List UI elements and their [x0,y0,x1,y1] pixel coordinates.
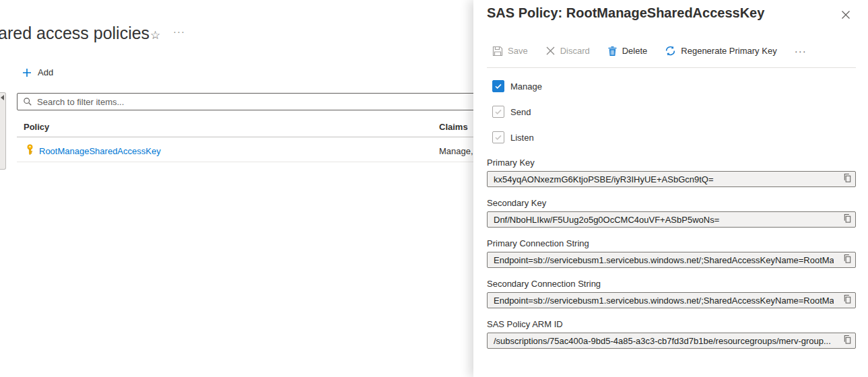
close-icon[interactable] [840,9,852,22]
primary-key-input[interactable] [487,171,856,187]
secondary-connection-string-label: Secondary Connection String [487,279,856,289]
secondary-key-field: Secondary Key [487,198,856,228]
search-icon [23,97,32,106]
delete-label: Delete [622,46,648,56]
page-title: ared access policies [0,24,149,43]
regenerate-label: Regenerate Primary Key [681,46,776,56]
plus-icon [22,68,32,77]
panel-toolbar: Save Discard Delete [492,45,807,57]
add-button[interactable]: Add [22,67,53,77]
primary-connection-string-input[interactable] [487,252,856,268]
secondary-key-label: Secondary Key [487,198,856,208]
azure-portal-screen: ared access policies ☆ ··· Add Policy Cl… [0,0,868,377]
search-filter[interactable] [17,93,489,110]
toolbar-more-icon[interactable]: ··· [795,45,807,57]
sas-policy-arm-id-input[interactable] [487,333,856,349]
policy-row-link[interactable]: RootManageSharedAccessKey [39,146,161,156]
secondary-key-input[interactable] [487,211,856,228]
manage-checkbox[interactable]: Manage [492,80,542,92]
save-label: Save [508,46,528,56]
checkbox-checked-icon [492,80,504,92]
add-button-label: Add [38,67,53,77]
table-header-divider [17,137,499,137]
column-header-claims[interactable]: Claims [439,122,468,132]
delete-button[interactable]: Delete [607,46,648,57]
discard-button[interactable]: Discard [545,46,590,56]
manage-checkbox-label: Manage [510,81,542,92]
key-icon [25,144,35,156]
panel-title: SAS Policy: RootManageSharedAccessKey [487,5,764,21]
copy-icon[interactable] [841,294,853,306]
regenerate-primary-key-button[interactable]: Regenerate Primary Key [665,45,776,57]
send-checkbox-label: Send [510,107,531,117]
primary-key-field: Primary Key [487,158,856,187]
column-header-policy[interactable]: Policy [24,122,49,132]
save-icon [492,46,503,57]
listen-checkbox-label: Listen [510,133,534,143]
primary-key-label: Primary Key [487,158,856,168]
collapse-arrow-icon [1,95,4,100]
secondary-connection-string-input[interactable] [487,292,856,308]
discard-x-icon [545,46,556,56]
table-row-divider [17,162,499,162]
blade-more-icon[interactable]: ··· [173,26,185,37]
save-button[interactable]: Save [492,46,528,57]
search-input[interactable] [37,97,483,107]
checkbox-disabled-checked-icon [492,106,504,118]
secondary-connection-string-field: Secondary Connection String [487,279,856,308]
pane-collapse-handle[interactable] [0,92,6,170]
sas-policy-arm-id-label: SAS Policy ARM ID [487,319,856,329]
refresh-icon [665,45,676,57]
discard-label: Discard [560,46,590,56]
primary-connection-string-field: Primary Connection String [487,238,856,268]
policy-row-claims: Manage, [439,146,473,156]
copy-icon[interactable] [841,173,853,185]
send-checkbox: Send [492,106,531,118]
copy-icon[interactable] [841,335,853,347]
checkbox-disabled-checked-icon [492,131,504,143]
copy-icon[interactable] [841,213,853,226]
trash-icon [607,46,617,57]
sas-policy-arm-id-field: SAS Policy ARM ID [487,319,856,349]
listen-checkbox: Listen [492,131,534,143]
primary-connection-string-label: Primary Connection String [487,238,856,248]
sas-policy-panel: SAS Policy: RootManageSharedAccessKey Sa… [473,0,868,377]
toolbar-divider [487,67,856,68]
favorite-star-icon[interactable]: ☆ [150,28,160,42]
copy-icon[interactable] [841,254,853,266]
